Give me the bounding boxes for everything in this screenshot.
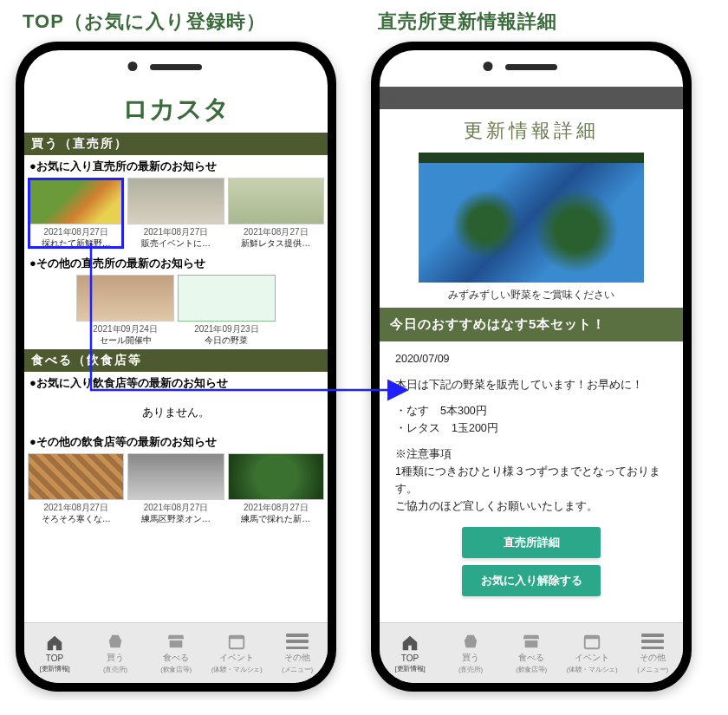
tab-eat[interactable]: 食べる (飲食店等) <box>146 623 206 683</box>
tab-sublabel: (飲食店等) <box>516 665 547 674</box>
news-card[interactable]: 2021年08月27日 練馬で採れた新… <box>228 453 324 524</box>
article-line: ・レタス 1玉200円 <box>395 419 667 437</box>
tab-label: イベント <box>219 652 254 664</box>
tab-label: その他 <box>284 652 310 664</box>
card-date: 2021年09月24日 <box>76 323 174 335</box>
tab-event[interactable]: イベント (体験・マルシェ) <box>206 623 267 683</box>
sub-other-stores: ●その他の直売所の最新のお知らせ <box>24 252 328 275</box>
tab-label: イベント <box>575 652 609 664</box>
thumbnail <box>28 453 124 500</box>
card-date: 2021年08月27日 <box>127 226 224 238</box>
card-caption: セール開催中 <box>76 335 174 346</box>
news-card[interactable]: 2021年09月24日 セール開催中 <box>76 275 174 346</box>
thumbnail <box>228 178 324 224</box>
card-date: 2021年08月27日 <box>228 502 324 514</box>
tab-sublabel: (直売所) <box>103 665 127 674</box>
section-buy-bar: 買う（直売所） <box>24 133 328 155</box>
card-date: 2021年08月27日 <box>127 502 224 514</box>
tab-sublabel: (メニュー) <box>282 665 313 674</box>
tab-top[interactable]: TOP [更新情報] <box>380 623 440 683</box>
tab-label: TOP <box>401 653 419 663</box>
tab-sublabel: (体験・マルシェ) <box>567 665 618 674</box>
thumbnail <box>178 275 276 322</box>
app-title: ロカスタ <box>24 87 328 133</box>
left-page-title: TOP（お気に入り登録時） <box>23 9 336 35</box>
thumbnail <box>76 275 174 322</box>
card-date: 2021年08月27日 <box>28 502 124 514</box>
tab-sublabel: [更新情報] <box>40 664 70 673</box>
article-date: 2020/07/09 <box>395 350 667 367</box>
article-line: 本日は下記の野菜を販売しています！お早めに！ <box>395 376 667 393</box>
store-detail-button[interactable]: 直売所詳細 <box>462 527 601 558</box>
card-date: 2021年08月27日 <box>228 226 324 238</box>
tab-label: その他 <box>640 652 666 664</box>
tab-label: 買う <box>107 652 124 664</box>
article-line: ・なす 5本300円 <box>395 402 667 419</box>
card-caption: そろそろ寒くな… <box>28 514 124 524</box>
right-page-title: 直売所更新情報詳細 <box>378 9 692 35</box>
card-caption: 採れたて新鮮野… <box>28 238 124 249</box>
sub-favorite-eat: ●お気に入り飲食店等の最新のお知らせ <box>24 372 328 394</box>
tab-label: 買う <box>462 652 479 664</box>
empty-message: ありません。 <box>24 394 328 431</box>
section-eat-bar: 食べる（飲食店等 <box>24 349 328 372</box>
calendar-icon <box>581 632 603 651</box>
calendar-icon <box>225 632 248 651</box>
card-caption: 新鮮レタス提供… <box>228 238 324 249</box>
hero-caption: みずみずしい野菜をご賞味ください <box>380 288 683 302</box>
card-date: 2021年08月27日 <box>28 226 124 238</box>
tab-event[interactable]: イベント (体験・マルシェ) <box>562 623 622 683</box>
card-caption: 練馬区野菜オン… <box>127 514 224 524</box>
phone-right: 戻る 更新情報詳細 みずみずしい野菜をご賞味ください 今日のおすすめはなす5本セ… <box>371 42 692 692</box>
hero-image <box>419 153 644 283</box>
tab-sublabel: (メニュー) <box>637 665 668 674</box>
sub-other-eat: ●その他の飲食店等の最新のお知らせ <box>24 431 328 453</box>
tab-buy[interactable]: 買う (直売所) <box>440 623 501 683</box>
store-icon <box>165 632 187 651</box>
tab-top[interactable]: TOP [更新情報] <box>24 623 85 683</box>
detail-title: 更新情報詳細 <box>380 109 683 153</box>
home-icon <box>399 634 421 653</box>
news-card[interactable]: 2021年09月23日 今日の野菜 <box>178 275 276 346</box>
article-body: 2020/07/09 本日は下記の野菜を販売しています！お早めに！ ・なす 5本… <box>380 341 683 523</box>
tab-other[interactable]: その他 (メニュー) <box>267 623 328 683</box>
menu-icon <box>286 632 309 651</box>
tab-label: 食べる <box>518 652 544 664</box>
tab-sublabel: [更新情報] <box>395 664 426 673</box>
store-icon <box>520 632 543 651</box>
card-caption: 今日の野菜 <box>178 335 276 346</box>
news-card[interactable]: 2021年08月27日 新鮮レタス提供… <box>228 178 324 249</box>
basket-icon <box>459 632 482 651</box>
card-date: 2021年09月23日 <box>178 323 276 335</box>
sub-favorite-stores: ●お気に入り直売所の最新のお知らせ <box>24 155 328 178</box>
news-card[interactable]: 2021年08月27日 練馬区野菜オン… <box>127 453 224 524</box>
tab-buy[interactable]: 買う (直売所) <box>85 623 146 683</box>
back-button[interactable]: 戻る <box>388 91 411 104</box>
tab-sublabel: (直売所) <box>458 665 483 674</box>
card-caption: 販売イベントに… <box>127 238 224 249</box>
tab-other[interactable]: その他 (メニュー) <box>622 623 683 683</box>
article-line: 1種類につきおひとり様３つずつまでとなっております。 <box>395 463 667 497</box>
news-card[interactable]: 2021年08月27日 そろそろ寒くな… <box>28 453 124 524</box>
article-line: ご協力のほど宜しくお願いいたします。 <box>395 497 667 515</box>
tab-eat[interactable]: 食べる (飲食店等) <box>501 623 562 683</box>
tab-sublabel: (体験・マルシェ) <box>211 665 263 674</box>
thumbnail <box>127 178 224 224</box>
article-line: ※注意事項 <box>395 445 667 463</box>
tab-label: TOP <box>46 653 63 663</box>
header-bar: 戻る <box>380 87 683 109</box>
menu-icon <box>641 632 664 651</box>
news-card[interactable]: 2021年08月27日 採れたて新鮮野… <box>28 178 124 249</box>
thumbnail <box>228 453 324 500</box>
screen-detail: 戻る 更新情報詳細 みずみずしい野菜をご賞味ください 今日のおすすめはなす5本セ… <box>380 87 683 622</box>
thumbnail <box>127 453 224 500</box>
thumbnail <box>28 178 124 224</box>
unfavorite-button[interactable]: お気に入り解除する <box>462 565 601 596</box>
tab-sublabel: (飲食店等) <box>160 665 192 674</box>
news-card[interactable]: 2021年08月27日 販売イベントに… <box>127 178 224 249</box>
headline-bar: 今日のおすすめはなす5本セット！ <box>380 308 683 341</box>
home-icon <box>43 634 66 653</box>
tab-label: 食べる <box>163 652 189 664</box>
basket-icon <box>104 632 127 651</box>
card-caption: 練馬で採れた新… <box>228 514 324 524</box>
